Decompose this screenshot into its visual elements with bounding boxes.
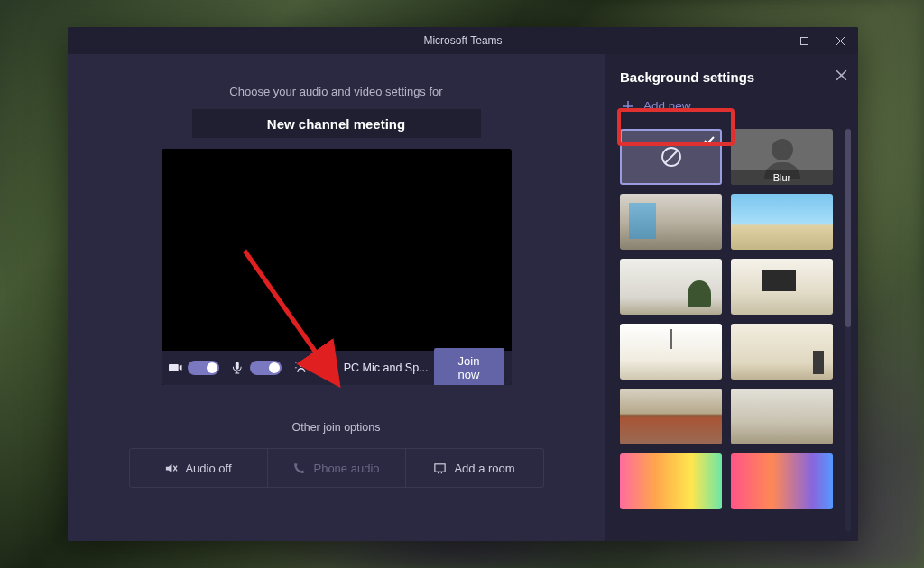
add-new-button[interactable]: Add new [620,94,847,120]
mic-toggle[interactable] [250,361,282,375]
title-bar: Microsoft Teams [68,27,858,54]
minimize-icon [763,36,773,46]
bg-tile-image[interactable] [620,324,722,380]
settings-prompt: Choose your audio and video settings for [229,85,442,98]
video-preview: PC Mic and Sp... Join now [162,149,512,385]
bg-tile-image[interactable] [620,194,722,250]
close-button[interactable] [822,27,858,54]
content-area: Choose your audio and video settings for… [68,54,858,541]
phone-audio-option: Phone audio [268,449,406,487]
background-settings-pane: Background settings Add new [605,54,858,541]
background-grid: Blur [620,129,842,509]
svg-rect-1 [800,37,808,44]
bg-tile-image[interactable] [620,453,722,509]
close-panel-button[interactable] [836,69,847,85]
audio-off-option[interactable]: Audio off [130,449,268,487]
svg-rect-13 [435,463,445,471]
camera-toggle[interactable] [188,361,219,375]
svg-point-9 [326,366,329,370]
gear-icon[interactable] [320,361,335,375]
plus-icon [622,100,634,113]
audio-off-label: Audio off [185,462,231,475]
maximize-icon [799,36,809,46]
main-pane: Choose your audio and video settings for… [68,54,605,541]
meeting-title[interactable]: New channel meeting [192,109,481,138]
window-controls [750,27,858,54]
none-icon [660,145,683,169]
other-options-label: Other join options [292,421,381,434]
join-now-button[interactable]: Join now [434,348,504,385]
bg-tile-image[interactable] [731,389,833,444]
maximize-button[interactable] [786,27,822,54]
svg-point-6 [306,362,307,362]
side-title: Background settings [620,69,754,85]
svg-point-5 [295,362,296,362]
video-toolbar: PC Mic and Sp... Join now [162,351,512,385]
scrollbar[interactable] [845,129,851,532]
window-title: Microsoft Teams [423,34,502,47]
add-room-label: Add a room [454,462,514,475]
phone-audio-label: Phone audio [313,462,379,475]
background-scroll[interactable]: Blur [620,129,847,532]
close-icon [836,36,845,46]
speaker-off-icon [164,462,178,475]
add-room-option[interactable]: Add a room [406,449,543,487]
mic-icon [230,361,245,375]
bg-tile-image[interactable] [731,453,833,509]
svg-point-4 [299,363,302,367]
add-new-label: Add new [643,99,691,113]
svg-point-7 [295,367,296,368]
background-grid-wrap: Blur [620,129,847,532]
blur-label: Blur [731,170,833,185]
app-window: Microsoft Teams Choose your audio and vi… [68,27,858,541]
bg-tile-image[interactable] [620,389,722,444]
svg-line-21 [665,151,678,163]
background-effects-icon[interactable] [294,361,309,375]
room-icon [433,462,447,475]
audio-device-label[interactable]: PC Mic and Sp... [344,362,429,374]
check-icon [703,134,716,151]
svg-point-8 [306,367,307,368]
minimize-button[interactable] [750,27,786,54]
bg-tile-none[interactable] [620,129,722,185]
avatar-icon [772,139,793,160]
bg-tile-image[interactable] [731,194,833,250]
join-options: Audio off Phone audio Add a room [129,448,544,488]
camera-icon [169,361,183,375]
bg-tile-image[interactable] [620,259,722,315]
side-header: Background settings [620,69,847,85]
bg-tile-image[interactable] [731,324,833,380]
close-icon [836,69,847,81]
bg-tile-blur[interactable]: Blur [731,129,833,185]
bg-tile-image[interactable] [731,259,833,315]
scrollbar-thumb[interactable] [845,129,851,327]
phone-icon [292,462,306,475]
